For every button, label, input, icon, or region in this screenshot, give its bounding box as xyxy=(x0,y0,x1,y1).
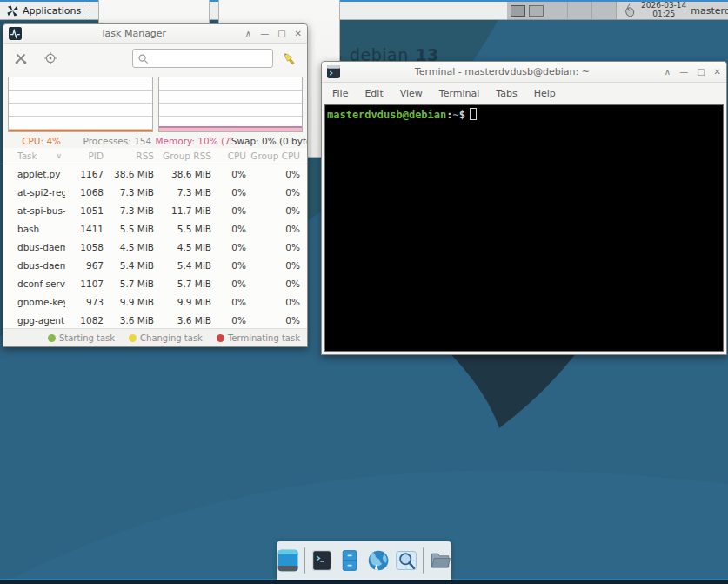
cell-pid: 1068 xyxy=(65,187,104,198)
shade-button[interactable]: ∧ xyxy=(245,30,251,38)
cell-task: dconf-service xyxy=(3,279,65,289)
table-row[interactable]: at-spi-bus-launcher10517.3 MiB11.7 MiB0%… xyxy=(3,201,307,219)
dock-web-browser-icon[interactable] xyxy=(367,547,390,574)
close-button[interactable]: ✕ xyxy=(295,30,302,38)
panel-clock[interactable]: 2026-03-14 01:25 xyxy=(641,2,686,19)
cell-task: bash xyxy=(3,224,65,234)
terminal-screen[interactable]: masterdvdusb@debian:~$ xyxy=(324,104,724,352)
graphs-area xyxy=(3,73,307,134)
brush-icon[interactable] xyxy=(282,51,297,66)
terminal-cursor xyxy=(470,108,477,120)
process-count-label: Processes: 154 xyxy=(79,136,155,146)
menu-item-edit[interactable]: Edit xyxy=(364,88,383,99)
cell-pid: 1167 xyxy=(65,169,104,179)
cell-group-rss: 11.7 MiB xyxy=(154,205,211,216)
applications-menu-button[interactable]: Applications xyxy=(0,2,87,19)
search-input[interactable] xyxy=(152,53,268,64)
column-header-task[interactable]: Task ∨ xyxy=(3,151,65,161)
cell-rss: 5.7 MiB xyxy=(104,279,154,289)
identify-window-icon[interactable] xyxy=(43,51,57,65)
column-header-rss[interactable]: RSS xyxy=(104,151,154,161)
mouse-icon[interactable] xyxy=(622,3,637,18)
swap-usage-label: Swap: 0% (0 bytes... xyxy=(231,136,307,146)
legend-dot-icon xyxy=(217,334,224,342)
shade-button[interactable]: ∧ xyxy=(665,68,671,77)
cell-group-cpu: 0% xyxy=(246,224,300,234)
panel-separator xyxy=(567,2,568,19)
dock-file-manager-icon[interactable] xyxy=(429,547,451,574)
cell-rss: 5.5 MiB xyxy=(104,224,154,234)
cell-rss: 5.4 MiB xyxy=(104,260,154,271)
cell-pid: 973 xyxy=(65,297,104,307)
maximize-button[interactable]: □ xyxy=(697,68,705,77)
table-row[interactable]: applet.py116738.6 MiB38.6 MiB0%0% xyxy=(3,164,307,183)
window-title: Task Manager xyxy=(27,28,240,39)
table-row[interactable]: at-spi2-registryd --use-gnome...10687.3 … xyxy=(3,183,307,201)
cell-cpu: 0% xyxy=(211,187,246,198)
terminal-titlebar[interactable]: Terminal - masterdvdusb@debian: ~ ∧ — □ … xyxy=(322,62,726,83)
cell-group-cpu: 0% xyxy=(246,187,300,198)
cell-rss: 38.6 MiB xyxy=(104,169,154,179)
menu-item-help[interactable]: Help xyxy=(534,88,556,99)
legend-label: Terminating task xyxy=(228,333,300,343)
terminal-window: Terminal - masterdvdusb@debian: ~ ∧ — □ … xyxy=(321,61,727,355)
cell-cpu: 0% xyxy=(211,260,246,271)
menu-item-terminal[interactable]: Terminal xyxy=(439,88,480,99)
task-manager-titlebar[interactable]: Task Manager ∧ — □ ✕ xyxy=(3,24,307,44)
clock-time: 01:25 xyxy=(641,10,686,19)
user-menu[interactable]: masterdvdusb xyxy=(691,5,728,17)
workspace-1[interactable] xyxy=(511,5,525,17)
table-row[interactable]: gpg-agent --supervised10823.6 MiB3.6 MiB… xyxy=(3,311,307,328)
cell-task: gnome-keyring-daemon --for... xyxy=(3,297,65,307)
cell-pid: 1058 xyxy=(65,242,104,252)
cell-group-rss: 9.9 MiB xyxy=(154,297,211,307)
terminal-icon xyxy=(327,65,340,78)
legend-dot-icon xyxy=(129,334,137,342)
menu-item-view[interactable]: View xyxy=(400,88,423,99)
search-box xyxy=(132,49,273,68)
cell-group-rss: 3.6 MiB xyxy=(154,315,211,326)
menu-item-tabs[interactable]: Tabs xyxy=(496,88,517,99)
table-row[interactable]: gnome-keyring-daemon --for...9739.9 MiB9… xyxy=(3,292,307,311)
settings-icon[interactable] xyxy=(14,51,28,65)
terminal-menubar: FileEditViewTerminalTabsHelp xyxy=(322,83,726,104)
cell-pid: 1411 xyxy=(65,224,104,234)
task-manager-icon xyxy=(9,27,22,40)
dock-separator xyxy=(304,547,305,574)
panel-separator xyxy=(591,2,592,19)
dock-terminal-icon[interactable] xyxy=(311,547,333,574)
cell-task: applet.py xyxy=(3,169,65,179)
cell-pid: 967 xyxy=(65,260,104,271)
legend-item: Starting task xyxy=(48,333,115,343)
cell-rss: 9.9 MiB xyxy=(104,297,154,307)
table-row[interactable]: bash14115.5 MiB5.5 MiB0%0% xyxy=(3,219,307,238)
cell-rss: 3.6 MiB xyxy=(104,315,154,326)
table-row[interactable]: dbus-daemon --session --addr...9675.4 Mi… xyxy=(3,256,307,274)
workspace-2[interactable] xyxy=(529,5,544,17)
cpu-usage-label: CPU: 4% xyxy=(3,136,79,146)
applications-label: Applications xyxy=(23,5,81,17)
maximize-button[interactable]: □ xyxy=(277,30,285,38)
column-header-pid[interactable]: PID xyxy=(65,151,104,161)
dock-app-finder-icon[interactable] xyxy=(395,547,417,574)
dock-separator xyxy=(423,547,424,574)
cell-rss: 7.3 MiB xyxy=(104,205,154,216)
column-header-group-cpu[interactable]: Group CPU xyxy=(246,151,300,161)
cell-cpu: 0% xyxy=(211,205,246,216)
cell-cpu: 0% xyxy=(211,242,246,252)
cell-task: at-spi2-registryd --use-gnome... xyxy=(3,187,65,198)
dock-file-cabinet-icon[interactable] xyxy=(338,547,361,574)
dock-desktop-icon[interactable] xyxy=(277,547,299,574)
cell-cpu: 0% xyxy=(211,169,246,179)
window-controls: ∧ — □ ✕ xyxy=(245,30,302,38)
column-header-group-rss[interactable]: Group RSS xyxy=(154,151,211,161)
cell-cpu: 0% xyxy=(211,297,246,307)
column-header-cpu[interactable]: CPU xyxy=(211,151,246,161)
menu-item-file[interactable]: File xyxy=(332,88,348,99)
table-row[interactable]: dbus-daemon --config-file=/us...10584.5 … xyxy=(3,238,307,256)
table-row[interactable]: dconf-service11075.7 MiB5.7 MiB0%0% xyxy=(3,274,307,292)
minimize-button[interactable]: — xyxy=(679,68,688,77)
close-button[interactable]: ✕ xyxy=(714,68,721,77)
cell-task: at-spi-bus-launcher xyxy=(3,205,65,216)
minimize-button[interactable]: — xyxy=(260,30,269,38)
